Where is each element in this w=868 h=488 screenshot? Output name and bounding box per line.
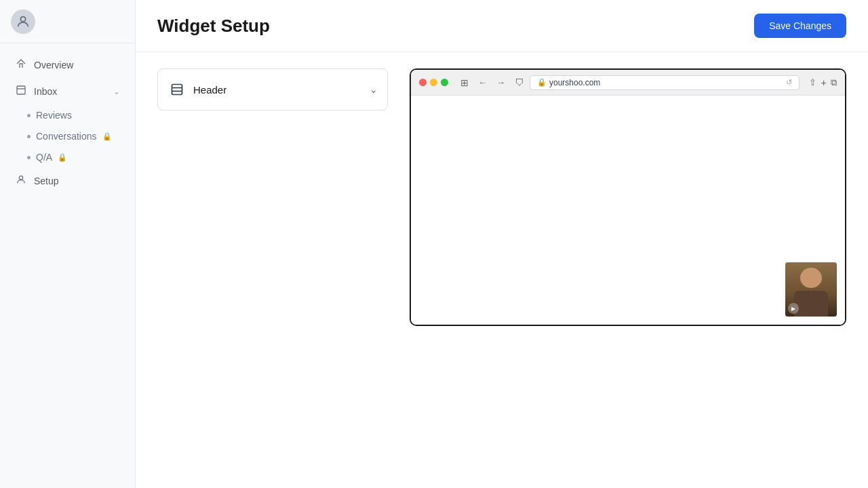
sidebar-item-inbox-label: Inbox — [34, 86, 106, 97]
avatar — [11, 9, 35, 34]
tabs-icon[interactable]: ⧉ — [831, 77, 837, 88]
main-content: Widget Setup Save Changes Header ⌄ — [136, 0, 868, 488]
bullet-dot — [27, 114, 31, 117]
shield-icon: ⛉ — [515, 77, 524, 88]
traffic-light-green[interactable] — [441, 79, 448, 86]
page-header: Widget Setup Save Changes — [136, 0, 868, 52]
section-row-left: Header — [167, 80, 226, 99]
address-lock-icon: 🔒 — [537, 78, 547, 87]
svg-point-0 — [20, 16, 25, 21]
config-panel: Header ⌄ — [157, 68, 388, 472]
sidebar-item-conversations[interactable]: Conversations 🔒 — [4, 126, 131, 146]
new-tab-icon[interactable]: + — [821, 77, 827, 88]
widget-person-image: ▶ — [785, 262, 837, 317]
person-head — [800, 268, 822, 288]
browser-preview: ⊞ ← → ⛉ 🔒 yourshoo.com ↺ ⇧ + ⧉ — [410, 68, 846, 326]
reload-icon[interactable]: ↺ — [786, 78, 792, 87]
sidebar-nav: Overview Inbox ⌄ Reviews Conversations 🔒 — [0, 43, 135, 488]
sidebar-item-setup[interactable]: Setup — [4, 168, 131, 194]
lock-icon: 🔒 — [102, 132, 112, 141]
chevron-down-icon: ⌄ — [113, 87, 120, 96]
svg-point-2 — [19, 176, 22, 180]
inbox-icon — [15, 85, 27, 98]
play-icon: ▶ — [788, 303, 799, 314]
browser-content: ▶ — [411, 96, 845, 325]
section-chevron-icon: ⌄ — [370, 84, 378, 95]
sidebar: Overview Inbox ⌄ Reviews Conversations 🔒 — [0, 0, 136, 488]
forward-icon[interactable]: → — [494, 76, 508, 89]
setup-icon — [15, 174, 27, 188]
share-icon[interactable]: ⇧ — [809, 77, 816, 87]
sidebar-item-reviews[interactable]: Reviews — [4, 105, 131, 125]
bullet-dot — [27, 156, 31, 159]
page-title: Widget Setup — [157, 16, 270, 37]
sidebar-item-inbox[interactable]: Inbox ⌄ — [4, 79, 131, 104]
sidebar-item-overview[interactable]: Overview — [4, 52, 131, 78]
svg-rect-1 — [17, 86, 25, 94]
browser-url: yourshoo.com — [549, 78, 600, 87]
traffic-light-red[interactable] — [419, 79, 427, 86]
back-icon[interactable]: ← — [475, 76, 490, 89]
widget-thumbnail[interactable]: ▶ — [785, 262, 837, 317]
lock-icon-qa: 🔒 — [58, 153, 67, 162]
avatar-area[interactable] — [0, 0, 135, 43]
sidebar-toggle-icon[interactable]: ⊞ — [458, 76, 471, 89]
svg-rect-3 — [172, 85, 182, 95]
save-button[interactable]: Save Changes — [754, 14, 846, 38]
sidebar-item-qa[interactable]: Q/A 🔒 — [4, 147, 131, 167]
traffic-light-yellow[interactable] — [430, 79, 437, 86]
browser-controls: ⊞ ← → — [458, 76, 508, 89]
home-icon — [15, 58, 27, 72]
sidebar-item-reviews-label: Reviews — [36, 110, 72, 121]
browser-toolbar: ⊞ ← → ⛉ 🔒 yourshoo.com ↺ ⇧ + ⧉ — [411, 70, 845, 96]
header-section-icon — [167, 80, 186, 99]
browser-actions: ⇧ + ⧉ — [809, 77, 837, 88]
sidebar-item-qa-label: Q/A — [36, 152, 52, 163]
bullet-dot — [27, 135, 31, 138]
person-body — [794, 291, 828, 317]
sidebar-item-conversations-label: Conversations — [36, 131, 97, 142]
browser-address-bar[interactable]: 🔒 yourshoo.com ↺ — [530, 75, 800, 90]
traffic-lights — [419, 79, 448, 86]
sidebar-item-setup-label: Setup — [34, 176, 120, 186]
header-section-label: Header — [193, 84, 226, 96]
main-body: Header ⌄ ⊞ ← → ⛉ 🔒 — [136, 52, 868, 488]
sidebar-item-overview-label: Overview — [34, 60, 120, 70]
header-section-row[interactable]: Header ⌄ — [157, 68, 388, 110]
